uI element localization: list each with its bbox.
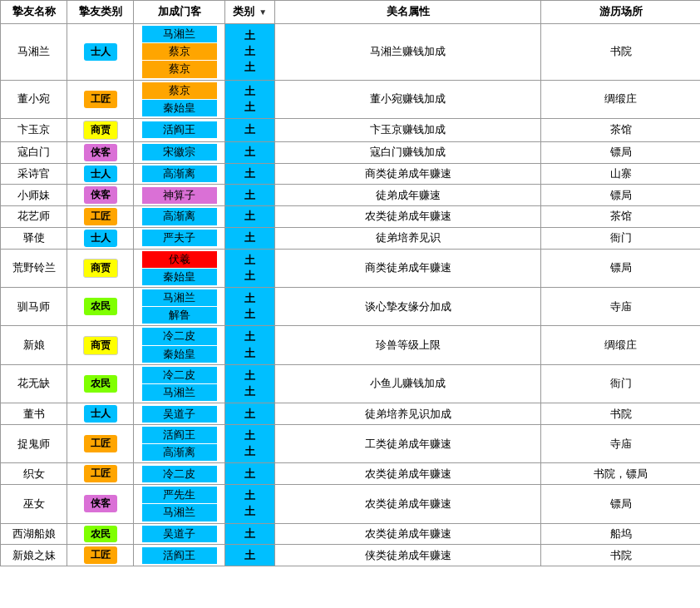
cell-name: 寇白门 bbox=[1, 141, 67, 163]
type-badge: 侠客 bbox=[84, 186, 117, 204]
cell-guests: 冷二皮 bbox=[134, 463, 225, 485]
cell-category: 土 bbox=[225, 403, 275, 425]
cell-attr: 马湘兰赚钱加成 bbox=[275, 24, 541, 81]
cell-name: 采诗官 bbox=[1, 163, 67, 185]
table-row: 董小宛工匠蔡京秦始皇土土董小宛赚钱加成绸缎庄 bbox=[1, 80, 701, 118]
guest-item: 马湘兰 bbox=[142, 289, 217, 306]
data-table: 摯友名称 摯友类别 加成门客 类别 ▼ 美名属性 游历场所 马湘兰士人马湘兰蔡京… bbox=[0, 0, 700, 566]
cell-name: 驯马师 bbox=[1, 288, 67, 326]
table-row: 马湘兰士人马湘兰蔡京蔡京土土土马湘兰赚钱加成书院 bbox=[1, 24, 701, 81]
cell-guests: 宋徽宗 bbox=[134, 141, 225, 163]
guest-item: 冷二皮 bbox=[142, 328, 217, 344]
cell-type: 工匠 bbox=[67, 463, 134, 485]
cell-type: 工匠 bbox=[67, 425, 134, 463]
cell-attr: 农类徒弟成年赚速 bbox=[275, 485, 541, 523]
cell-guests: 严先生马湘兰 bbox=[134, 485, 225, 523]
type-badge: 士人 bbox=[84, 166, 117, 183]
header-category[interactable]: 类别 ▼ bbox=[225, 1, 275, 24]
type-badge: 商贾 bbox=[83, 336, 118, 355]
guest-item: 严夫子 bbox=[142, 230, 217, 246]
filter-icon[interactable]: ▼ bbox=[259, 7, 267, 17]
cell-guests: 伏羲秦始皇 bbox=[134, 249, 225, 287]
type-badge: 士人 bbox=[84, 405, 117, 423]
guest-item: 马湘兰 bbox=[142, 504, 217, 521]
cell-place: 茶馆 bbox=[541, 206, 701, 228]
cell-name: 织女 bbox=[1, 463, 67, 485]
cell-place: 书院 bbox=[541, 403, 701, 425]
cell-attr: 卞玉京赚钱加成 bbox=[275, 118, 541, 141]
cell-name: 新娘之妹 bbox=[1, 545, 67, 566]
cell-place: 寺庙 bbox=[541, 288, 701, 326]
table-row: 荒野铃兰商贾伏羲秦始皇土土商类徒弟成年赚速镖局 bbox=[1, 249, 701, 287]
table-row: 卞玉京商贾活阎王土卞玉京赚钱加成茶馆 bbox=[1, 118, 701, 141]
cell-category: 土 bbox=[225, 163, 275, 185]
cell-name: 荒野铃兰 bbox=[1, 249, 67, 287]
cell-category: 土土 bbox=[225, 80, 275, 118]
type-badge: 工匠 bbox=[84, 546, 117, 564]
table-row: 西湖船娘农民吴道子土农类徒弟成年赚速船坞 bbox=[1, 523, 701, 545]
cell-attr: 商类徒弟成年赚速 bbox=[275, 249, 541, 287]
cell-attr: 农类徒弟成年赚速 bbox=[275, 206, 541, 228]
table-row: 花艺师工匠高渐离土农类徒弟成年赚速茶馆 bbox=[1, 206, 701, 228]
cell-name: 新娘 bbox=[1, 326, 67, 364]
cell-type: 士人 bbox=[67, 163, 134, 185]
cell-place: 镖局 bbox=[541, 141, 701, 163]
cell-name: 巫女 bbox=[1, 485, 67, 523]
cell-category: 土土 bbox=[225, 425, 275, 463]
guest-item: 蔡京 bbox=[142, 61, 217, 77]
cell-name: 董书 bbox=[1, 403, 67, 425]
cell-name: 董小宛 bbox=[1, 80, 67, 118]
cell-name: 卞玉京 bbox=[1, 118, 67, 141]
cell-category: 土 bbox=[225, 545, 275, 566]
cell-place: 山寨 bbox=[541, 163, 701, 185]
cell-type: 商贾 bbox=[67, 326, 134, 364]
cell-category: 土 bbox=[225, 227, 275, 249]
cell-place: 书院，镖局 bbox=[541, 463, 701, 485]
table-row: 新娘商贾冷二皮秦始皇土土珍兽等级上限绸缎庄 bbox=[1, 326, 701, 364]
cell-type: 工匠 bbox=[67, 206, 134, 228]
cell-type: 商贾 bbox=[67, 249, 134, 287]
type-badge: 商贾 bbox=[83, 121, 118, 140]
cell-type: 商贾 bbox=[67, 118, 134, 141]
cell-place: 书院 bbox=[541, 24, 701, 81]
cell-type: 农民 bbox=[67, 523, 134, 545]
guest-item: 活阎王 bbox=[142, 547, 217, 564]
table-row: 采诗官士人高渐离土商类徒弟成年赚速山寨 bbox=[1, 163, 701, 185]
guest-item: 活阎王 bbox=[142, 121, 217, 138]
cell-type: 士人 bbox=[67, 24, 134, 81]
cell-guests: 神算子 bbox=[134, 185, 225, 206]
guest-item: 秦始皇 bbox=[142, 346, 217, 363]
guest-item: 严先生 bbox=[142, 487, 217, 503]
guest-item: 高渐离 bbox=[142, 444, 217, 461]
cell-type: 侠客 bbox=[67, 485, 134, 523]
cell-attr: 侠类徒弟成年赚速 bbox=[275, 545, 541, 566]
guest-item: 秦始皇 bbox=[142, 269, 217, 285]
main-container: 摯友名称 摯友类别 加成门客 类别 ▼ 美名属性 游历场所 马湘兰士人马湘兰蔡京… bbox=[0, 0, 700, 566]
cell-guests: 高渐离 bbox=[134, 206, 225, 228]
cell-attr: 珍兽等级上限 bbox=[275, 326, 541, 364]
cell-category: 土 bbox=[225, 118, 275, 141]
cell-attr: 工类徒弟成年赚速 bbox=[275, 425, 541, 463]
type-badge: 侠客 bbox=[84, 495, 117, 512]
cell-category: 土土 bbox=[225, 364, 275, 403]
guest-item: 冷二皮 bbox=[142, 367, 217, 383]
cell-type: 农民 bbox=[67, 288, 134, 326]
guest-item: 神算子 bbox=[142, 187, 217, 204]
guest-item: 马湘兰 bbox=[142, 384, 217, 401]
type-badge: 农民 bbox=[84, 375, 117, 393]
cell-guests: 活阎王高渐离 bbox=[134, 425, 225, 463]
table-row: 捉鬼师工匠活阎王高渐离土土工类徒弟成年赚速寺庙 bbox=[1, 425, 701, 463]
cell-category: 土土土 bbox=[225, 24, 275, 81]
cell-type: 侠客 bbox=[67, 185, 134, 206]
type-badge: 商贾 bbox=[83, 259, 118, 278]
cell-place: 茶馆 bbox=[541, 118, 701, 141]
table-row: 织女工匠冷二皮土农类徒弟成年赚速书院，镖局 bbox=[1, 463, 701, 485]
header-type: 摯友类别 bbox=[67, 1, 134, 24]
header-place: 游历场所 bbox=[541, 1, 701, 24]
table-row: 驯马师农民马湘兰解鲁土土谈心摯友缘分加成寺庙 bbox=[1, 288, 701, 326]
type-badge: 工匠 bbox=[84, 91, 117, 108]
type-badge: 士人 bbox=[84, 43, 117, 61]
table-row: 驿使士人严夫子土徒弟培养见识衙门 bbox=[1, 227, 701, 249]
cell-type: 侠客 bbox=[67, 141, 134, 163]
guest-item: 马湘兰 bbox=[142, 26, 217, 42]
